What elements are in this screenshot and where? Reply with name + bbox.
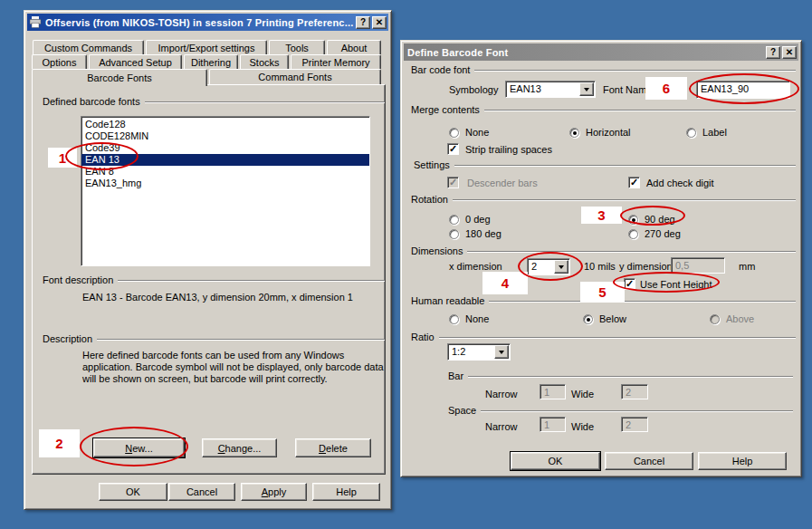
font-description-group-label: Font description bbox=[43, 274, 118, 285]
annotation-number-3: 3 bbox=[581, 207, 622, 224]
window-title: Offservis (from NIKOS-TOSH) in session 7… bbox=[45, 17, 354, 28]
dropdown-button[interactable] bbox=[494, 345, 509, 359]
font-description-text: EAN 13 - Barcode EAN13, y dimension 20mm… bbox=[82, 292, 353, 303]
space-narrow-label: Narrow bbox=[485, 421, 517, 432]
ok-button[interactable]: OK bbox=[99, 483, 167, 501]
rotation-0deg-radio[interactable] bbox=[449, 215, 459, 225]
tab-about[interactable]: About bbox=[327, 40, 381, 54]
descender-bars-checkbox bbox=[447, 177, 459, 188]
help-titlebar-button[interactable]: ? bbox=[766, 46, 780, 59]
group-separator-line bbox=[484, 110, 796, 111]
group-separator-line bbox=[467, 251, 796, 253]
rotation-180deg-radio[interactable] bbox=[449, 229, 459, 239]
help-button[interactable]: Help bbox=[312, 483, 380, 501]
group-separator-line bbox=[97, 339, 385, 341]
bar-narrow-input: 1 bbox=[540, 384, 566, 399]
dropdown-arrow-icon bbox=[584, 88, 589, 91]
tab-printer-memory[interactable]: Printer Memory bbox=[291, 54, 381, 69]
space-group-label: Space bbox=[448, 405, 481, 416]
annotation-number-6: 6 bbox=[645, 77, 687, 100]
tab-command-fonts[interactable]: Command Fonts bbox=[209, 69, 381, 84]
defined-barcode-fonts-group-label: Defined barcode fonts bbox=[43, 96, 145, 107]
rotation-180deg-label: 180 deg bbox=[465, 228, 502, 239]
dimensions-group-label: Dimensions bbox=[411, 245, 467, 256]
change-button[interactable]: Change... bbox=[202, 438, 277, 457]
symbology-label: Symbology bbox=[449, 84, 498, 95]
group-separator-line bbox=[489, 301, 796, 303]
human-none-radio[interactable] bbox=[449, 314, 459, 324]
close-button[interactable]: ✕ bbox=[372, 16, 387, 29]
cancel-button[interactable]: Cancel bbox=[605, 452, 693, 470]
title-bar[interactable]: Define Barcode Font ? ✕ bbox=[404, 43, 798, 61]
human-below-label: Below bbox=[599, 313, 626, 324]
ratio-group-label: Ratio bbox=[411, 332, 439, 342]
define-barcode-font-dialog: Define Barcode Font ? ✕ Bar code font Sy… bbox=[400, 40, 802, 477]
list-item[interactable]: EAN13_hmg bbox=[81, 178, 369, 189]
cancel-button[interactable]: Cancel bbox=[168, 483, 235, 501]
rotation-0deg-label: 0 deg bbox=[465, 214, 491, 225]
annotation-number-2: 2 bbox=[39, 429, 80, 457]
merge-label-radio[interactable] bbox=[686, 128, 696, 138]
list-item[interactable]: CODE128MIN bbox=[81, 130, 369, 142]
ratio-select[interactable]: 1:2 bbox=[447, 343, 511, 361]
help-button[interactable]: Help bbox=[698, 452, 787, 470]
space-wide-input: 2 bbox=[621, 417, 648, 432]
close-button[interactable]: ✕ bbox=[782, 46, 797, 59]
list-item[interactable]: Code128 bbox=[81, 119, 369, 130]
bar-wide-input: 2 bbox=[621, 384, 648, 399]
barcode-fonts-listbox[interactable]: Code128 CODE128MIN Code39 EAN 13 EAN 8 E… bbox=[81, 116, 370, 266]
description-text: Here defined barcode fonts can be used f… bbox=[82, 350, 385, 385]
annotation-number-4: 4 bbox=[482, 272, 528, 294]
tab-dithering[interactable]: Dithering bbox=[184, 54, 238, 69]
group-separator-line bbox=[468, 376, 793, 378]
description-group-label: Description bbox=[43, 333, 97, 344]
tab-tools[interactable]: Tools bbox=[269, 40, 325, 54]
strip-trailing-spaces-checkbox[interactable] bbox=[447, 143, 459, 155]
bar-wide-label: Wide bbox=[571, 389, 594, 399]
bar-group-label: Bar bbox=[448, 370, 468, 381]
human-below-radio[interactable] bbox=[583, 314, 593, 324]
bar-code-font-group-label: Bar code font bbox=[411, 64, 474, 75]
apply-button[interactable]: Apply bbox=[241, 483, 307, 501]
list-item[interactable]: EAN 8 bbox=[81, 166, 369, 178]
add-check-digit-label: Add check digit bbox=[646, 178, 714, 188]
tab-custom-commands[interactable]: Custom Commands bbox=[33, 40, 144, 54]
x-dimension-unit: 10 mils bbox=[584, 261, 616, 272]
printer-icon bbox=[29, 16, 42, 28]
strip-trailing-spaces-label: Strip trailing spaces bbox=[465, 144, 552, 155]
annotation-oval-6 bbox=[689, 73, 799, 104]
ok-button[interactable]: OK bbox=[511, 452, 600, 470]
add-check-digit-checkbox[interactable] bbox=[628, 177, 640, 188]
group-separator-line bbox=[453, 199, 796, 201]
y-dimension-label: y dimension bbox=[619, 261, 673, 272]
x-dimension-label: x dimension bbox=[449, 261, 502, 272]
merge-horizontal-label: Horizontal bbox=[586, 127, 631, 138]
merge-label-label: Label bbox=[702, 127, 727, 138]
delete-button[interactable]: Delete bbox=[295, 438, 371, 457]
help-titlebar-button[interactable]: ? bbox=[356, 16, 370, 29]
rotation-270deg-label: 270 deg bbox=[645, 228, 681, 239]
window-title: Define Barcode Font bbox=[407, 47, 764, 58]
tab-advanced-setup[interactable]: Advanced Setup bbox=[89, 54, 182, 69]
annotation-oval-4 bbox=[518, 252, 583, 281]
merge-horizontal-radio[interactable] bbox=[569, 128, 579, 138]
group-separator-line bbox=[474, 70, 796, 72]
tab-options[interactable]: Options bbox=[32, 54, 87, 69]
rotation-270deg-radio[interactable] bbox=[628, 229, 638, 239]
title-bar[interactable]: Offservis (from NIKOS-TOSH) in session 7… bbox=[27, 14, 388, 31]
group-separator-line bbox=[481, 410, 793, 412]
human-none-label: None bbox=[465, 313, 489, 324]
space-narrow-input: 1 bbox=[540, 417, 566, 432]
tab-import-export-settings[interactable]: Import/Export settings bbox=[146, 40, 267, 54]
merge-contents-group-label: Merge contents bbox=[411, 104, 484, 115]
settings-group-label: Settings bbox=[414, 159, 454, 170]
dropdown-button[interactable] bbox=[579, 82, 594, 96]
dropdown-arrow-icon bbox=[499, 351, 504, 354]
merge-none-radio[interactable] bbox=[449, 128, 459, 138]
rotation-group-label: Rotation bbox=[411, 194, 453, 205]
tab-barcode-fonts[interactable]: Barcode Fonts bbox=[32, 69, 207, 86]
symbology-select[interactable]: EAN13 bbox=[505, 81, 596, 98]
tab-stocks[interactable]: Stocks bbox=[240, 54, 289, 69]
merge-none-label: None bbox=[465, 127, 489, 138]
annotation-oval-3 bbox=[620, 206, 685, 226]
